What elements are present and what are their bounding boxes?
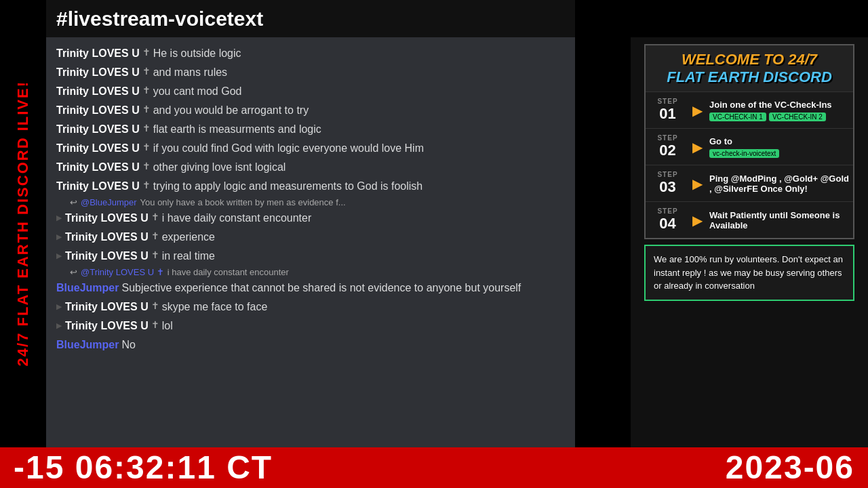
channel-name: #livestream-voicetext bbox=[56, 7, 263, 30]
message-text: He is outside logic bbox=[153, 45, 241, 62]
message-text: you cant mod God bbox=[153, 83, 242, 100]
chat-message: BlueJumper Subjective experience that ca… bbox=[50, 279, 572, 298]
step-arrow: ▶ bbox=[690, 92, 705, 128]
message-text: experience bbox=[162, 229, 215, 245]
group-icon: ▶ bbox=[56, 301, 62, 312]
welcome-title-line2: FLAT EARTH DISCORD bbox=[649, 68, 850, 86]
username: BlueJumper bbox=[56, 280, 119, 296]
chat-message: ▶ Trinity LOVES U ✝ skype me face to fac… bbox=[50, 298, 572, 317]
cross-icon: ✝ bbox=[151, 210, 159, 224]
username: Trinity LOVES U bbox=[65, 248, 149, 264]
step-content: Join one of the VC-Check-Ins VC-CHECK-IN… bbox=[705, 92, 853, 128]
username: Trinity LOVES U bbox=[56, 121, 140, 138]
cross-icon: ✝ bbox=[151, 318, 159, 332]
step-label: STEP bbox=[657, 171, 677, 178]
message-text: No bbox=[121, 337, 135, 353]
message-text: other giving love isnt logical bbox=[153, 159, 286, 176]
cross-icon: ✝ bbox=[151, 248, 159, 262]
step-label: STEP bbox=[657, 134, 677, 142]
chat-message: ▶ Trinity LOVES U ✝ in real time bbox=[50, 247, 572, 266]
chat-message: ↩ @BlueJumper You only have a book writt… bbox=[50, 196, 572, 209]
cross-icon: ✝ bbox=[151, 299, 159, 313]
step-content: Go to vc-check-in-voicetext bbox=[705, 129, 853, 165]
cross-icon: ✝ bbox=[142, 140, 151, 155]
step-number: 01 bbox=[659, 105, 675, 123]
username: Trinity LOVES U bbox=[65, 299, 149, 315]
chat-message: ↩ @Trinity LOVES U ✝ i have daily consta… bbox=[50, 266, 572, 279]
chat-message: Trinity LOVES U ✝ and you would be arrog… bbox=[50, 101, 572, 120]
message-text: trying to apply logic and measurements t… bbox=[153, 178, 423, 195]
chat-message: ▶ Trinity LOVES U ✝ i have daily constan… bbox=[50, 209, 572, 228]
step-arrow: ▶ bbox=[690, 202, 705, 238]
username: Trinity LOVES U bbox=[56, 178, 140, 195]
notice-text: We are 100% run by volunteers. Don't exp… bbox=[654, 254, 843, 291]
chat-message: Trinity LOVES U ✝ and mans rules bbox=[50, 63, 572, 82]
welcome-title: WELCOME TO 24/7 FLAT EARTH DISCORD bbox=[646, 45, 853, 92]
cross-icon: ✝ bbox=[142, 102, 151, 117]
step-row-2: STEP 02 ▶ Go to vc-check-in-voicetext bbox=[646, 128, 853, 165]
step-number-block: STEP 01 bbox=[646, 92, 690, 128]
username: BlueJumper bbox=[56, 337, 119, 353]
bottom-bar: -15 06:32:11 CT 2023-06 bbox=[0, 447, 868, 488]
step-badge: vc-check-in-voicetext bbox=[709, 149, 779, 158]
step-badge: VC-CHECK-IN 1 bbox=[709, 113, 766, 121]
reply-preview: You only have a book written by men as e… bbox=[140, 197, 346, 207]
cross-icon: ✝ bbox=[142, 45, 151, 60]
bottom-bar-right: 2023-06 bbox=[726, 451, 854, 484]
reply-mention: @Trinity LOVES U ✝ bbox=[81, 267, 164, 277]
cross-icon: ✝ bbox=[142, 121, 151, 136]
chat-message: BlueJumper No bbox=[50, 336, 572, 354]
cross-icon: ✝ bbox=[142, 178, 151, 192]
message-text: lol bbox=[162, 318, 173, 334]
chat-area: Trinity LOVES U ✝ He is outside logic Tr… bbox=[46, 37, 575, 447]
reply-preview: i have daily constant encounter bbox=[167, 267, 289, 277]
step-text: Go to bbox=[709, 136, 732, 146]
step-content: Wait Patiently until Someone is Availabl… bbox=[705, 202, 853, 238]
left-banner-text: 24/7 FLAT EARTH DISCORD iLIVE! bbox=[15, 81, 31, 366]
username: Trinity LOVES U bbox=[56, 64, 140, 81]
chat-message: Trinity LOVES U ✝ flat earth is measurme… bbox=[50, 120, 572, 139]
steps-container: STEP 01 ▶ Join one of the VC-Check-Ins V… bbox=[646, 92, 853, 238]
username: Trinity LOVES U bbox=[56, 83, 140, 100]
notice-box: We are 100% run by volunteers. Don't exp… bbox=[644, 245, 854, 301]
bottom-bar-left: -15 06:32:11 CT bbox=[14, 451, 273, 484]
welcome-banner: WELCOME TO 24/7 FLAT EARTH DISCORD STEP … bbox=[644, 44, 854, 239]
group-icon: ▶ bbox=[56, 320, 62, 331]
reply-icon: ↩ bbox=[70, 267, 77, 277]
step-number: 02 bbox=[659, 142, 675, 159]
message-text: if you could find God with logic everyon… bbox=[153, 140, 424, 157]
step-row-1: STEP 01 ▶ Join one of the VC-Check-Ins V… bbox=[646, 92, 853, 128]
chat-message: Trinity LOVES U ✝ He is outside logic bbox=[50, 44, 572, 63]
step-text: Wait Patiently until Someone is Availabl… bbox=[709, 210, 849, 230]
chat-message: Trinity LOVES U ✝ you cant mod God bbox=[50, 82, 572, 101]
step-number-block: STEP 02 bbox=[646, 129, 690, 165]
username: Trinity LOVES U bbox=[56, 159, 140, 176]
message-text: Subjective experience that cannot be sha… bbox=[121, 280, 521, 296]
step-number: 03 bbox=[659, 178, 675, 196]
message-text: in real time bbox=[162, 248, 215, 264]
group-icon: ▶ bbox=[56, 231, 62, 243]
channel-header: #livestream-voicetext bbox=[46, 0, 575, 37]
right-panel: WELCOME TO 24/7 FLAT EARTH DISCORD STEP … bbox=[631, 37, 868, 447]
step-label: STEP bbox=[657, 98, 677, 105]
step-arrow: ▶ bbox=[690, 165, 705, 201]
username: Trinity LOVES U bbox=[65, 210, 149, 226]
welcome-title-line1: WELCOME TO 24/7 bbox=[649, 51, 850, 68]
step-text: Ping @ModPing , @Gold+ @Gold , @SilverFE… bbox=[709, 174, 849, 194]
chat-message: ▶ Trinity LOVES U ✝ experience bbox=[50, 228, 572, 247]
left-banner: 24/7 FLAT EARTH DISCORD iLIVE! bbox=[0, 0, 46, 447]
step-row-3: STEP 03 ▶ Ping @ModPing , @Gold+ @Gold ,… bbox=[646, 165, 853, 201]
step-arrow: ▶ bbox=[690, 129, 705, 165]
reply-mention: @BlueJumper bbox=[81, 197, 137, 207]
step-badge: VC-CHECK-IN 2 bbox=[769, 113, 826, 121]
chat-message: ▶ Trinity LOVES U ✝ lol bbox=[50, 317, 572, 336]
chat-message: Trinity LOVES U ✝ trying to apply logic … bbox=[50, 177, 572, 196]
step-row-4: STEP 04 ▶ Wait Patiently until Someone i… bbox=[646, 201, 853, 238]
cross-icon: ✝ bbox=[142, 83, 151, 98]
reply-icon: ↩ bbox=[70, 197, 77, 207]
username: Trinity LOVES U bbox=[56, 45, 140, 62]
username: Trinity LOVES U bbox=[65, 229, 149, 245]
group-icon: ▶ bbox=[56, 212, 62, 224]
message-text: skype me face to face bbox=[162, 299, 268, 315]
step-number-block: STEP 03 bbox=[646, 165, 690, 201]
